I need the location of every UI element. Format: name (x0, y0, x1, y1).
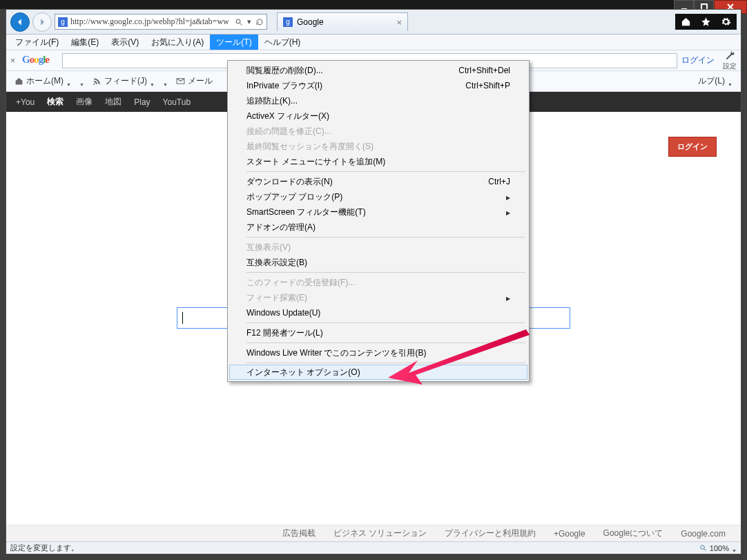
menu-bar: ファイル(F) 編集(E) 表示(V) お気に入り(A) ツール(T) ヘルプ(… (6, 35, 741, 50)
mail-icon (176, 77, 185, 86)
menu-item[interactable]: ダウンロードの表示(N)Ctrl+J (230, 174, 527, 189)
google-footer: 広告掲載 ビジネス ソリューション プライバシーと利用規約 +Google Go… (6, 525, 741, 541)
menu-item: 接続の問題を修正(C)... (230, 124, 527, 139)
google-logo: Google (22, 54, 58, 68)
magnifier-icon (699, 544, 707, 552)
linkbar-mail[interactable]: メール (172, 75, 217, 87)
blackbar-item[interactable]: 検索 (47, 96, 64, 108)
menu-separator (246, 237, 525, 238)
menu-item[interactable]: ポップアップ ブロック(P) (230, 189, 527, 204)
menu-separator (246, 171, 525, 172)
forward-button[interactable] (32, 12, 52, 32)
menu-separator (246, 322, 525, 323)
svg-point-2 (701, 545, 705, 550)
linkbar-home[interactable]: ホーム(M) (10, 75, 75, 87)
menu-item[interactable]: アドオンの管理(A) (230, 220, 527, 235)
tools-dropdown: 閲覧履歴の削除(D)...Ctrl+Shift+DelInPrivate ブラウ… (227, 60, 530, 382)
menu-edit[interactable]: 編集(E) (65, 35, 105, 50)
menu-separator (246, 272, 525, 273)
menu-item[interactable]: ActiveX フィルター(X) (230, 108, 527, 124)
tab-strip: g Google × (277, 12, 408, 31)
nav-bar: g ▾ g Google × (6, 10, 741, 35)
home-icon[interactable] (681, 17, 691, 27)
blackbar-item[interactable]: 地図 (105, 96, 122, 108)
rss-icon (93, 77, 101, 86)
status-text: 設定を変更します。 (10, 543, 79, 553)
toolbar-close-icon[interactable]: × (10, 56, 18, 66)
blackbar-item[interactable]: YouTub (163, 97, 191, 107)
menu-item[interactable]: 追跡防止(K)... (230, 93, 527, 108)
menu-item[interactable]: Windows Live Writer でこのコンテンツを引用(B) (230, 345, 527, 360)
footer-link[interactable]: 広告掲載 (282, 528, 316, 539)
menu-item: 最終閲覧セッションを再度開く(S) (230, 139, 527, 154)
window-frame: g ▾ g Google × (0, 0, 747, 560)
menu-view[interactable]: 表示(V) (105, 35, 145, 50)
footer-link[interactable]: プライバシーと利用規約 (445, 528, 536, 539)
menu-item[interactable]: 閲覧履歴の削除(D)...Ctrl+Shift+Del (230, 63, 527, 78)
settings-button[interactable]: 設定 (723, 50, 737, 71)
menu-item[interactable]: インターネット オプション(O) (229, 365, 527, 380)
caret-icon[interactable] (79, 79, 84, 84)
status-bar: 設定を変更します。 100% (6, 541, 741, 554)
home-icon (14, 77, 23, 86)
menu-separator (246, 363, 525, 363)
tab-title: Google (297, 17, 324, 27)
blackbar-item[interactable]: Play (134, 97, 150, 107)
blackbar-item[interactable]: 画像 (76, 96, 93, 108)
footer-link[interactable]: +Google (554, 529, 585, 539)
login-link[interactable]: ログイン (681, 55, 715, 66)
linkbar-feed[interactable]: フィード(J) (88, 75, 159, 87)
favicon-icon: g (58, 17, 68, 27)
menu-item[interactable]: SmartScreen フィルター機能(T) (230, 204, 527, 220)
footer-link[interactable]: Google.com (681, 529, 726, 539)
menu-item: フィード探索(E) (230, 290, 527, 305)
wrench-icon (724, 50, 735, 61)
svg-point-1 (236, 19, 240, 23)
nav-right (675, 14, 737, 30)
gear-icon[interactable] (721, 17, 731, 27)
tab-close-icon[interactable]: × (396, 17, 402, 28)
zoom-control[interactable]: 100% (699, 544, 737, 552)
menu-item: このフィードの受信登録(F)... (230, 275, 527, 290)
login-button[interactable]: ログイン (668, 137, 717, 157)
settings-label: 設定 (723, 61, 737, 71)
menu-item[interactable]: InPrivate ブラウズ(I)Ctrl+Shift+P (230, 78, 527, 93)
footer-link[interactable]: Googleについて (603, 528, 663, 539)
menu-tools[interactable]: ツール(T) (210, 35, 258, 50)
menu-help[interactable]: ヘルプ(H) (258, 35, 307, 50)
menu-item[interactable]: Windows Update(U) (230, 305, 527, 320)
menu-item[interactable]: スタート メニューにサイトを追加(M) (230, 154, 527, 169)
url-input[interactable] (70, 17, 232, 27)
star-icon[interactable] (701, 17, 711, 27)
search-icon[interactable] (235, 18, 243, 26)
footer-link[interactable]: ビジネス ソリューション (333, 528, 427, 539)
favicon-icon: g (283, 17, 293, 27)
title-bar (0, 0, 747, 9)
blackbar-item[interactable]: +You (16, 97, 35, 107)
addr-tools: ▾ (235, 17, 264, 26)
menu-item[interactable]: 互換表示設定(B) (230, 255, 527, 270)
linkbar-help[interactable]: ルプ(L) (694, 75, 737, 87)
menu-separator (246, 342, 525, 343)
refresh-icon[interactable] (255, 18, 264, 26)
menu-item[interactable]: F12 開発者ツール(L) (230, 325, 527, 340)
browser-tab[interactable]: g Google × (277, 12, 408, 31)
back-button[interactable] (10, 12, 30, 32)
menu-item: 互換表示(V) (230, 240, 527, 255)
browser-chrome: g ▾ g Google × (6, 9, 741, 554)
menu-favorites[interactable]: お気に入り(A) (145, 35, 210, 50)
caret-icon[interactable] (163, 79, 168, 84)
menu-file[interactable]: ファイル(F) (9, 35, 65, 50)
address-bar[interactable]: g ▾ (55, 14, 267, 30)
